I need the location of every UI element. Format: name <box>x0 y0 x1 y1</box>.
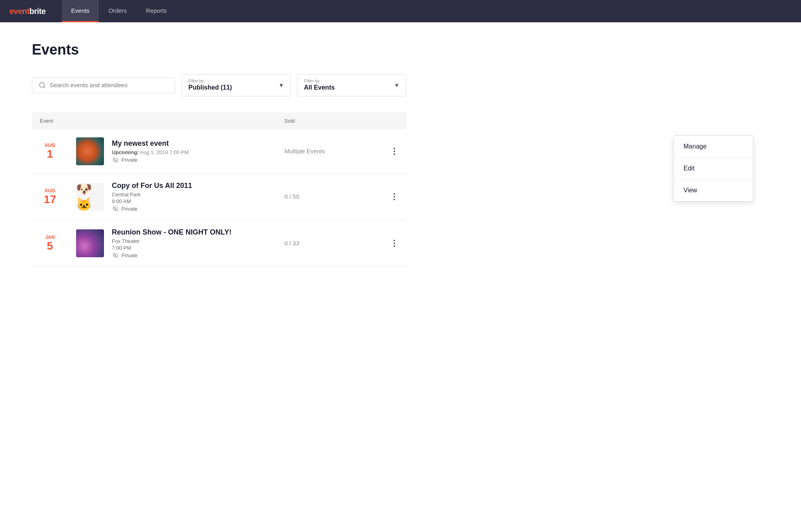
event-thumbnail: 🐶🐱 <box>76 183 104 211</box>
nav-item-orders[interactable]: Orders <box>99 0 136 22</box>
context-menu: ManageEditView <box>674 135 753 201</box>
event-date: Jan 5 <box>32 220 68 266</box>
event-private-badge: Private <box>112 252 268 258</box>
col-sold: Sold <box>276 112 382 129</box>
col-event: Event <box>32 112 276 129</box>
logo[interactable]: eventbrite <box>10 7 46 16</box>
event-actions-cell <box>382 220 406 266</box>
nav-item-reports[interactable]: Reports <box>136 0 176 22</box>
event-private-badge: Private <box>112 206 268 212</box>
filter1-label: Filter by <box>188 78 232 84</box>
svg-line-1 <box>43 86 45 88</box>
event-private-badge: Private <box>112 157 268 163</box>
event-day: 5 <box>40 240 60 252</box>
event-month: Jan <box>40 235 60 240</box>
filter-published-dropdown[interactable]: Filter by Published (11) ▼ <box>182 74 291 96</box>
event-time: 7:00 PM <box>112 245 268 251</box>
search-icon <box>39 82 46 89</box>
more-options-button[interactable] <box>390 192 398 202</box>
event-info-cell: 🐶🐱 Copy of For Us All 2011 Central Park … <box>68 173 276 220</box>
event-date: Aug 17 <box>32 173 68 220</box>
event-info: Reunion Show - ONE NIGHT ONLY! Fox Theat… <box>76 228 268 258</box>
event-day: 17 <box>40 194 60 206</box>
event-actions-cell <box>382 129 406 174</box>
event-month: Aug <box>40 188 60 194</box>
main-content: Events Filter by Published (11) ▼ Filter… <box>0 22 438 286</box>
event-location: Fox Theater <box>112 238 268 244</box>
private-label: Private <box>121 206 137 212</box>
table-row: Aug 17 🐶🐱 Copy of For Us All 2011 Centra… <box>32 173 406 220</box>
event-details: Copy of For Us All 2011 Central Park 9:0… <box>112 182 268 212</box>
event-details: My newest event Upcoming: Aug 1, 2019 7:… <box>112 139 268 163</box>
menu-item-view[interactable]: View <box>674 180 753 201</box>
event-name: Reunion Show - ONE NIGHT ONLY! <box>112 228 268 237</box>
event-date: Aug 1 <box>32 129 68 174</box>
chevron-down-icon: ▼ <box>278 82 284 88</box>
event-day: 1 <box>40 148 60 160</box>
filter1-value: Published (11) <box>188 84 232 92</box>
event-actions-cell <box>382 173 406 220</box>
filter2-value: All Events <box>304 84 335 92</box>
event-date-line: Upcoming: Aug 1, 2019 7:00 PM <box>112 149 268 155</box>
search-box[interactable] <box>32 77 175 93</box>
nav-items: Events Orders Reports <box>62 0 176 22</box>
private-icon <box>112 157 119 163</box>
filter-all-events-dropdown[interactable]: Filter by All Events ▼ <box>297 74 406 96</box>
event-month: Aug <box>40 143 60 148</box>
menu-item-edit[interactable]: Edit <box>674 158 753 180</box>
event-sold: 0 / 33 <box>276 220 382 266</box>
nav-item-events[interactable]: Events <box>62 0 99 22</box>
private-label: Private <box>121 157 137 163</box>
event-location: Central Park <box>112 192 268 198</box>
event-sold: 0 / 50 <box>276 173 382 220</box>
event-info-cell: Reunion Show - ONE NIGHT ONLY! Fox Theat… <box>68 220 276 266</box>
private-icon <box>112 252 119 258</box>
event-info: 🐶🐱 Copy of For Us All 2011 Central Park … <box>76 182 268 212</box>
private-icon <box>112 206 119 211</box>
chevron-down-icon: ▼ <box>394 82 400 88</box>
navbar: eventbrite Events Orders Reports <box>0 0 801 22</box>
event-sold: Multiple Events <box>276 129 382 174</box>
page-title: Events <box>32 41 406 58</box>
event-info: My newest event Upcoming: Aug 1, 2019 7:… <box>76 137 268 165</box>
filters-bar: Filter by Published (11) ▼ Filter by All… <box>32 74 406 96</box>
more-options-button[interactable] <box>390 238 398 248</box>
table-header: Event Sold <box>32 112 406 129</box>
event-thumbnail <box>76 137 104 165</box>
table-row: Aug 1 My newest event Upcoming: Aug 1, 2… <box>32 129 406 174</box>
event-name: My newest event <box>112 139 268 148</box>
menu-item-manage[interactable]: Manage <box>674 136 753 158</box>
private-label: Private <box>121 252 137 258</box>
table-row: Jan 5 Reunion Show - ONE NIGHT ONLY! Fox… <box>32 220 406 266</box>
event-details: Reunion Show - ONE NIGHT ONLY! Fox Theat… <box>112 228 268 258</box>
events-table: Event Sold Aug 1 My newest event Upcomin… <box>32 112 406 267</box>
event-name: Copy of For Us All 2011 <box>112 182 268 190</box>
event-time: 9:00 AM <box>112 198 268 204</box>
event-info-cell: My newest event Upcoming: Aug 1, 2019 7:… <box>68 129 276 174</box>
event-thumbnail <box>76 229 104 257</box>
more-options-button[interactable] <box>390 146 398 156</box>
filter2-label: Filter by <box>304 78 335 84</box>
search-input[interactable] <box>50 82 168 88</box>
col-actions <box>382 112 406 129</box>
